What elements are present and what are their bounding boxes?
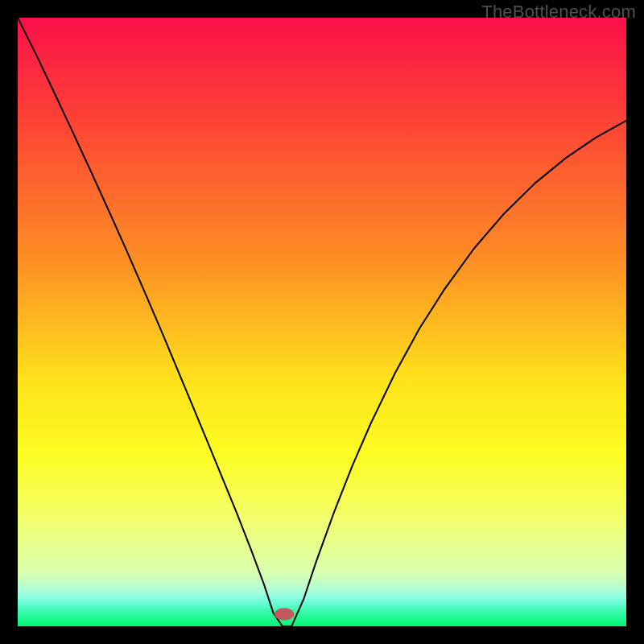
gradient-background: [18, 18, 626, 626]
plot-area: [18, 18, 626, 626]
chart-svg: [18, 18, 626, 626]
chart-frame: TheBottleneck.com: [0, 0, 644, 644]
optimal-marker: [275, 608, 294, 620]
